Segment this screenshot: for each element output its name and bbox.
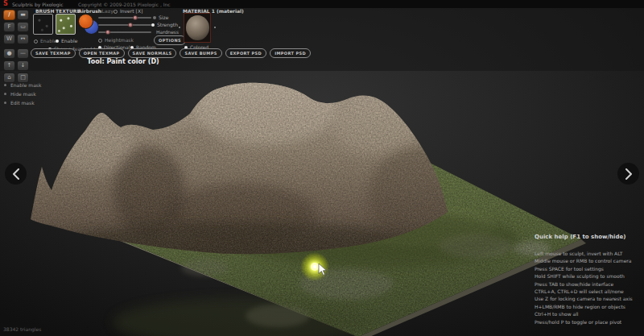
- copyright-text: Copyright © 2009-2015 Pixologic , Inc: [78, 2, 171, 7]
- radio-icon: [34, 39, 38, 44]
- tab-texture[interactable]: TEXTURE: [56, 8, 80, 14]
- bullet-icon: [56, 39, 59, 43]
- quick-help-panel: Quick help (F1 to show/hide) Left mouse …: [535, 234, 644, 336]
- tool-button-9[interactable]: ↑: [3, 60, 15, 71]
- tool-icon-6: ↔: [21, 35, 26, 42]
- quick-help-title: Quick help (F1 to show/hide): [535, 234, 644, 240]
- save-normals-button[interactable]: SAVE NORMALS: [128, 48, 177, 58]
- app-title: Sculptris by Pixologic: [12, 2, 63, 7]
- enable-mask-label: Enable mask: [10, 82, 41, 88]
- help-line: Left mouse to sculpt, invert with ALT: [535, 250, 644, 257]
- material-sphere-thumbnail[interactable]: [184, 13, 211, 43]
- slider-handle[interactable]: [105, 30, 110, 35]
- invert-toggle[interactable]: Invert [X]: [114, 8, 142, 14]
- tab-brush[interactable]: BRUSH: [35, 8, 54, 14]
- open-texmap-button[interactable]: OPEN TEXMAP: [79, 48, 125, 58]
- sculptris-logo: S: [3, 1, 8, 7]
- tool-button-7[interactable]: ●: [3, 48, 15, 59]
- save-bumps-button[interactable]: SAVE BUMPS: [180, 48, 221, 58]
- hardness-slider[interactable]: [98, 29, 151, 35]
- tool-button-2[interactable]: ▬: [17, 10, 29, 20]
- slider-handle[interactable]: [128, 23, 133, 27]
- brush-enable-toggle[interactable]: Enable: [34, 38, 56, 44]
- help-line: Use Z for locking camera to nearest axis: [535, 295, 644, 302]
- tool-icon-4: ▭: [20, 23, 26, 30]
- brush-enable-label: Enable: [40, 38, 56, 44]
- airbrush-color-icon[interactable]: [78, 14, 99, 35]
- bullet-icon: [151, 23, 155, 27]
- tool-button-5[interactable]: W: [3, 34, 15, 44]
- next-arrow-button[interactable]: [617, 163, 639, 185]
- title-bar: S Sculptris by Pixologic Copyright © 200…: [0, 0, 644, 8]
- help-line: CTRL+A, CTRL+D will select all/none: [535, 288, 644, 295]
- chevron-right-icon: [625, 168, 633, 180]
- tool-button-3[interactable]: F: [3, 22, 15, 32]
- tool-button-10[interactable]: ↓: [17, 60, 29, 71]
- tool-button-6[interactable]: ↔: [17, 34, 29, 44]
- tool-status: Tool: Paint color (D): [31, 58, 216, 65]
- tool-icon-10: ↓: [21, 62, 26, 68]
- edit-mask-option[interactable]: Edit mask: [10, 100, 35, 106]
- help-line: Middle mouse or RMB to control camera: [535, 257, 644, 264]
- tool-icon-7: ●: [6, 50, 11, 56]
- radio-icon: [98, 39, 102, 43]
- texture-enable-toggle[interactable]: Enable: [56, 38, 77, 44]
- invert-label: Invert [X]: [120, 8, 142, 14]
- material-ball-icon: [186, 15, 209, 40]
- tool-icon-3: F: [7, 23, 10, 30]
- slider-track: [98, 17, 151, 19]
- dot-icon: [214, 27, 216, 28]
- texture-thumbnail[interactable]: [56, 14, 76, 35]
- edit-mask-label: Edit mask: [10, 100, 35, 106]
- paint-tool-icon: /: [8, 11, 10, 18]
- tool-icon-8: —: [20, 50, 26, 56]
- airbrush-orange-circle-icon: [78, 14, 93, 29]
- help-line: Ctrl+H to show all: [535, 310, 644, 317]
- heightmask-label: Heightmask: [105, 37, 134, 43]
- hide-mask-label: Hide mask: [10, 91, 36, 97]
- tool-button-8[interactable]: —: [17, 48, 29, 59]
- help-line: Hold SHIFT while sculpting to smooth: [535, 272, 644, 280]
- slider-track: [98, 24, 151, 26]
- save-texmap-button[interactable]: SAVE TEXMAP: [31, 48, 76, 58]
- strength-slider[interactable]: [98, 22, 151, 27]
- radio-icon: [114, 10, 118, 14]
- triangle-count: 38342 triangles: [3, 326, 41, 332]
- tool-icon-12: □: [20, 74, 26, 81]
- mask-dot-icon: [4, 84, 6, 86]
- chevron-left-icon: [12, 168, 20, 180]
- tool-icon-5: W: [6, 35, 12, 42]
- tool-icon-2: ▬: [20, 11, 26, 18]
- texture-enable-label: Enable: [61, 38, 77, 44]
- file-button-row: SAVE TEXMAP OPEN TEXMAP SAVE NORMALS SAV…: [31, 48, 311, 58]
- strength-slider-label: Strength: [151, 22, 178, 27]
- tool-button-4[interactable]: ▭: [17, 22, 29, 32]
- sculptris-window: S Sculptris by Pixologic Copyright © 200…: [0, 0, 644, 336]
- help-line: H+LMB/RMB to hide region or objects: [535, 303, 644, 310]
- tool-icon-9: ↑: [7, 62, 12, 68]
- help-line: Press/hold P to toggle or place pivot: [535, 318, 644, 326]
- tab-airbrush[interactable]: Airbrush: [78, 8, 101, 14]
- size-slider[interactable]: [98, 15, 151, 20]
- tool-icon-11: ⌂: [7, 74, 10, 81]
- help-line: Press TAB to show/hide interface: [535, 280, 644, 288]
- dot-icon: [179, 27, 180, 28]
- heightmask-toggle[interactable]: Heightmask: [98, 37, 134, 43]
- enable-mask-option[interactable]: Enable mask: [10, 82, 41, 88]
- import-psd-button[interactable]: IMPORT PSD: [270, 48, 311, 58]
- size-slider-label: Size: [153, 15, 168, 20]
- tab-lazy[interactable]: Lazy: [101, 8, 114, 14]
- brush-thumbnail[interactable]: [33, 14, 53, 35]
- mask-dot-icon: [4, 102, 6, 104]
- mask-dot-icon: [4, 93, 6, 95]
- help-line: Press SPACE for tool settings: [535, 265, 644, 272]
- paint-toolbar: BRUSH TEXTURE Airbrush Lazy Invert [X] E…: [0, 8, 644, 69]
- slider-handle[interactable]: [133, 15, 138, 20]
- tool-button-paint[interactable]: /: [3, 10, 15, 20]
- bullet-icon: [153, 16, 156, 19]
- options-button[interactable]: OPTIONS: [154, 35, 186, 45]
- hide-mask-option[interactable]: Hide mask: [10, 91, 36, 97]
- previous-arrow-button[interactable]: [5, 163, 27, 185]
- brush-cursor: [300, 252, 329, 281]
- export-psd-button[interactable]: EXPORT PSD: [225, 48, 266, 58]
